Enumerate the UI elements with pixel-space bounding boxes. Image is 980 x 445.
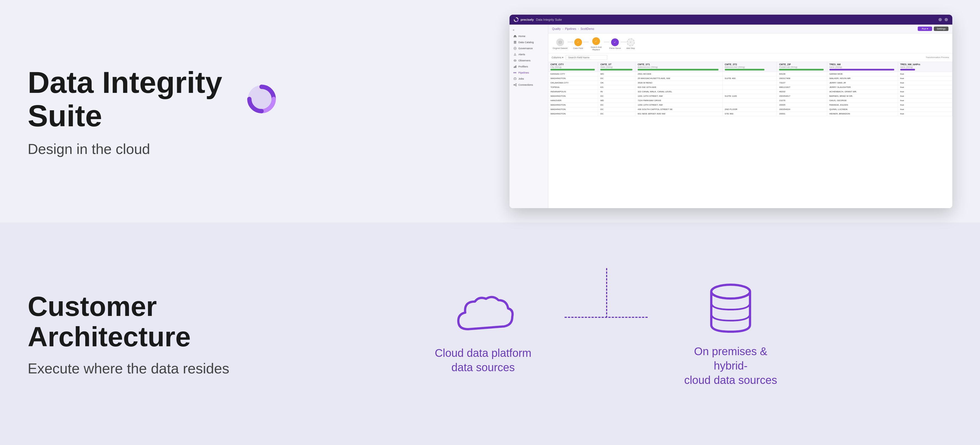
table-cell: WASHINGTON — [548, 103, 598, 107]
table-cell: 200317408 — [777, 76, 827, 81]
connector-line — [565, 317, 648, 318]
sidebar-item-observers[interactable]: Observers — [509, 57, 548, 63]
table-cell: 1331 14TH STREET, NW — [635, 94, 722, 98]
breadcrumb-pipelines[interactable]: Pipelines — [565, 27, 576, 30]
step-circle-4: ✓ — [611, 38, 619, 46]
table-cell: TOPEKA — [548, 85, 598, 89]
settings-button[interactable]: Settings — [934, 27, 948, 31]
table-cell: WASHINGTON — [548, 76, 598, 81]
table-cell: HEINER, BRANDON — [827, 111, 898, 116]
table-cell: DC — [598, 103, 635, 107]
col-cmte-st1: CMTE_ST1 AddressLine1 (String) — [635, 62, 722, 72]
cloud-diagram-item: Cloud data platformdata sources — [435, 293, 531, 375]
step-circle-2: ✓ — [574, 38, 582, 46]
profilers-icon — [513, 65, 517, 68]
pipeline-step-2[interactable]: ✓ Case Field — [573, 38, 583, 49]
table-cell: JERRY SIMS JR — [827, 81, 898, 85]
pipeline-steps: Original Dataset ✓ Case Field ✓ Search A… — [548, 33, 952, 53]
breadcrumb-sep-1: › — [562, 27, 563, 30]
table-cell — [722, 81, 777, 85]
sidebar-item-data-catalog[interactable]: Data Catalog — [509, 39, 548, 45]
breadcrumb-sep-2: › — [578, 27, 579, 30]
table-cell: true — [898, 107, 952, 111]
close-icon[interactable] — [945, 18, 948, 21]
app-sidebar: « Home Data Catalog Governance Alerts — [509, 25, 548, 208]
precisely-logo-icon — [246, 84, 277, 114]
sidebar-item-pipelines[interactable]: Pipelines — [509, 70, 548, 76]
svg-point-18 — [515, 72, 516, 73]
pipeline-step-1[interactable]: Original Dataset — [553, 38, 568, 49]
table-cell: MD — [598, 98, 635, 103]
table-cell: 322 CANAL WALK, CANAL LEVEL — [635, 89, 722, 94]
pipeline-step-add[interactable]: + Add Step — [626, 38, 635, 49]
table-cell: SARAH MOE — [827, 71, 898, 76]
sidebar-item-jobs[interactable]: Jobs — [509, 76, 548, 82]
table-row: WASHINGTONDC601 NEW JERSEY AVE NWSTE 900… — [548, 111, 952, 116]
titlebar-appname: Data Integrity Suite — [536, 18, 562, 21]
svg-point-12 — [515, 60, 515, 61]
table-cell: 200354617 — [777, 94, 827, 98]
sidebar-item-home[interactable]: Home — [509, 33, 548, 39]
table-row: OKLAHOMA CITYOK3528 W RENO73107JERRY SIM… — [548, 81, 952, 85]
alerts-icon — [513, 53, 517, 56]
pipelines-icon — [513, 71, 517, 74]
table-cell: WASHINGTON — [548, 94, 598, 98]
svg-point-22 — [514, 84, 514, 85]
svg-rect-5 — [514, 42, 516, 43]
table-row: HANOVERMD7224 PARKWAY DRIVE21076GAUS, GE… — [548, 98, 952, 103]
svg-point-23 — [515, 84, 516, 84]
svg-point-1 — [259, 85, 264, 89]
table-cell: true — [898, 76, 952, 81]
columns-dropdown-label[interactable]: Columns ▾ — [552, 56, 563, 59]
table-cell: HANOVER — [548, 98, 598, 103]
table-cell: 1200 13TH STREET, NW — [635, 103, 722, 107]
svg-rect-15 — [515, 65, 516, 68]
table-cell: SUITE 400 — [722, 76, 777, 81]
svg-point-3 — [259, 109, 264, 113]
sidebar-item-connections[interactable]: Connections — [509, 82, 548, 88]
col-cmte-zip: CMTE_ZIP PostalCode (String) — [777, 62, 827, 72]
step-label-3: Search And Replace — [589, 46, 604, 51]
table-cell: true — [898, 103, 952, 107]
table-cell: WALKER, KEVIN MR — [827, 76, 898, 81]
table-cell: DC — [598, 111, 635, 116]
settings-icon[interactable] — [939, 18, 942, 21]
table-cell: DC — [598, 94, 635, 98]
step-label-add: Add Step — [626, 47, 635, 49]
home-icon — [513, 35, 517, 38]
svg-point-27 — [559, 41, 561, 43]
db-diagram-item: On premises & hybrid-cloud data sources — [681, 280, 780, 387]
breadcrumb-scottdemo[interactable]: ScottDemo — [581, 27, 594, 30]
svg-line-26 — [514, 85, 516, 86]
transformation-preview-label: Transformation Preview — [926, 56, 949, 59]
svg-line-25 — [514, 84, 516, 85]
table-header-row: CMTE_CITY City (String) CMTE_ST State (S… — [548, 62, 952, 72]
sidebar-item-governance[interactable]: Governance — [509, 45, 548, 51]
search-field-input[interactable] — [566, 55, 607, 60]
observers-icon — [513, 59, 517, 62]
sidebar-item-alerts[interactable]: Alerts — [509, 51, 548, 57]
database-icon — [706, 280, 756, 336]
step-label-4: Parse Name — [609, 47, 621, 49]
architecture-title: Customer Architecture — [28, 291, 263, 352]
table-cell: 73107 — [777, 81, 827, 85]
table-cell: 7224 PARKWAY DRIVE — [635, 98, 722, 103]
table-cell: SUITE 1100 — [722, 94, 777, 98]
run-button[interactable]: Run ▾ — [918, 27, 932, 31]
vertical-connector-line — [606, 268, 607, 318]
table-cell: true — [898, 89, 952, 94]
connector-area — [565, 317, 648, 329]
pipeline-step-4[interactable]: ✓ Parse Name — [609, 38, 621, 49]
sidebar-toggle[interactable]: « — [509, 27, 548, 33]
table-cell: true — [898, 85, 952, 89]
table-cell: MO — [598, 71, 635, 76]
col-tres-nm-ishprs: TRES_NM_IsHPrs name (String) — [898, 62, 952, 72]
connections-icon — [513, 83, 517, 87]
table-cell: true — [898, 81, 952, 85]
step-circle-1 — [556, 38, 564, 46]
data-table: CMTE_CITY City (String) CMTE_ST State (S… — [548, 62, 952, 208]
table-cell: 64108 — [777, 71, 827, 76]
sidebar-item-profilers[interactable]: Profilers — [509, 63, 548, 70]
breadcrumb-quality[interactable]: Quality — [552, 27, 561, 30]
pipeline-step-3[interactable]: ✓ Search And Replace — [589, 37, 604, 51]
